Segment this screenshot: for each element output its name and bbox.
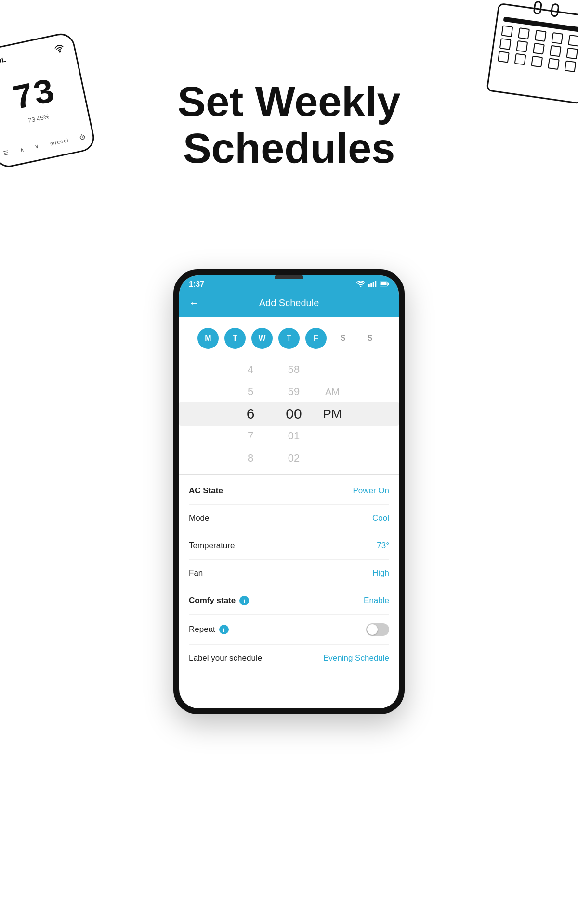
day-saturday[interactable]: S	[332, 328, 354, 349]
comfy-state-row[interactable]: Comfy state i Enable	[189, 587, 389, 615]
ampm-column[interactable]: AM PM	[315, 359, 349, 469]
min-00-selected: 00	[286, 403, 302, 425]
day-friday[interactable]: F	[305, 328, 327, 349]
divider-after-time	[179, 474, 399, 475]
repeat-info-icon[interactable]: i	[219, 625, 229, 634]
thermostat-illustration: COOL 73 73 45% ☰ ∧ ∨ mrcool ⏻	[0, 28, 114, 184]
svg-rect-3	[370, 283, 372, 287]
hour-8: 8	[248, 447, 253, 469]
mode-label: Mode	[189, 513, 210, 523]
day-wednesday[interactable]: W	[251, 328, 273, 349]
min-02: 02	[288, 447, 300, 469]
repeat-toggle[interactable]	[366, 623, 389, 636]
svg-rect-8	[381, 282, 387, 285]
back-button[interactable]: ←	[189, 297, 199, 309]
ac-state-value: Power On	[353, 486, 389, 496]
label-schedule-row[interactable]: Label your schedule Evening Schedule	[189, 645, 389, 672]
am-option[interactable]: AM	[325, 381, 340, 403]
hour-6-selected: 6	[247, 403, 255, 425]
hour-4: 4	[248, 359, 253, 381]
settings-section: AC State Power On Mode Cool Temperature …	[179, 477, 399, 672]
day-tuesday[interactable]: T	[224, 328, 246, 349]
temperature-row[interactable]: Temperature 73°	[189, 532, 389, 560]
day-monday[interactable]: M	[197, 328, 219, 349]
thermostat-temp: 73	[10, 75, 58, 117]
status-icons	[356, 281, 389, 289]
repeat-label: Repeat	[189, 625, 215, 634]
min-01: 01	[288, 425, 300, 447]
phone-section: 1:37	[0, 270, 578, 743]
min-58: 58	[288, 359, 300, 381]
comfy-state-info-icon[interactable]: i	[239, 596, 249, 605]
thermostat-bottom: ☰ ∧ ∨ mrcool ⏻	[3, 133, 86, 157]
min-59: 59	[288, 381, 300, 403]
svg-rect-4	[373, 282, 374, 287]
thermostat-brand: mrcool	[50, 137, 69, 147]
svg-rect-2	[368, 284, 370, 287]
hour-7: 7	[248, 425, 253, 447]
pm-option-selected[interactable]: PM	[323, 403, 342, 425]
comfy-state-left: Comfy state i	[189, 596, 249, 605]
thermostat-wifi-icon	[53, 43, 65, 56]
svg-rect-5	[375, 281, 376, 287]
toggle-knob	[367, 624, 378, 635]
thermostat-cool-label: COOL	[0, 55, 6, 67]
status-time: 1:37	[189, 280, 204, 289]
hour-column[interactable]: 4 5 6 7 8	[229, 359, 272, 469]
fan-label: Fan	[189, 568, 203, 578]
day-sunday[interactable]: S	[359, 328, 381, 349]
svg-rect-7	[388, 283, 389, 285]
days-row: M T W T F S S	[179, 317, 399, 354]
phone-screen: 1:37	[179, 275, 399, 708]
ac-state-label: AC State	[189, 486, 223, 496]
svg-point-0	[59, 51, 61, 52]
time-picker[interactable]: 4 5 6 7 8 58 59 00 01 02	[179, 359, 399, 469]
temperature-value: 73°	[377, 541, 389, 551]
phone-notch	[275, 275, 303, 279]
mode-row[interactable]: Mode Cool	[189, 505, 389, 532]
battery-icon	[380, 281, 389, 288]
temperature-label: Temperature	[189, 541, 235, 551]
comfy-state-value[interactable]: Enable	[364, 596, 389, 605]
minute-column[interactable]: 58 59 00 01 02	[272, 359, 315, 469]
calendar-illustration	[485, 3, 578, 113]
app-header: ← Add Schedule	[179, 292, 399, 317]
svg-point-1	[360, 286, 362, 287]
mode-value: Cool	[372, 513, 389, 523]
repeat-row[interactable]: Repeat i	[189, 615, 389, 645]
fan-value: High	[372, 568, 389, 578]
comfy-state-label: Comfy state	[189, 596, 236, 605]
repeat-left: Repeat i	[189, 625, 229, 634]
hero-section: COOL 73 73 45% ☰ ∧ ∨ mrcool ⏻	[0, 0, 578, 250]
wifi-icon	[356, 281, 365, 289]
label-schedule-label: Label your schedule	[189, 654, 262, 663]
signal-icon	[368, 281, 377, 289]
hour-5: 5	[248, 381, 253, 403]
phone-frame: 1:37	[173, 270, 405, 714]
hero-title: Set Weekly Schedules	[177, 78, 400, 172]
fan-row[interactable]: Fan High	[189, 560, 389, 587]
header-title: Add Schedule	[259, 297, 319, 308]
label-schedule-value: Evening Schedule	[323, 654, 389, 663]
day-thursday[interactable]: T	[278, 328, 300, 349]
ac-state-row[interactable]: AC State Power On	[189, 477, 389, 505]
